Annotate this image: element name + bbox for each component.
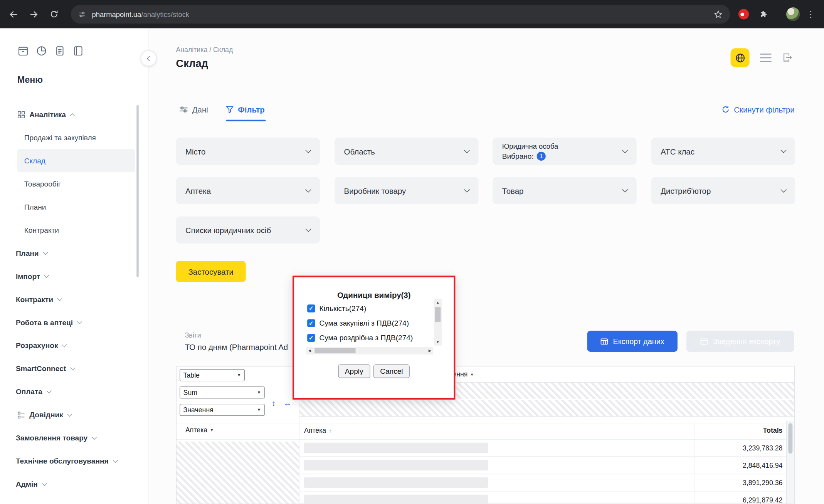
sidebar-item-analytics[interactable]: Аналітика [0,103,148,126]
filter-legal-entity-lists[interactable]: Списки юридичних осіб [176,216,320,244]
archive-box-icon[interactable] [17,45,29,59]
sidebar-item-label: Товарообіг [24,180,61,188]
measure-option[interactable]: ✓ Сума роздрібна з ПДВ(274) [307,330,432,345]
scrollbar-thumb[interactable] [314,348,355,353]
apply-button[interactable]: Apply [338,365,370,378]
checkbox-checked[interactable]: ✓ [307,334,315,341]
checkbox-checked[interactable]: ✓ [307,304,315,312]
row-drop-zone[interactable] [177,442,299,504]
table-row[interactable]: 3,239,783.28 [299,440,795,457]
scroll-down-icon[interactable]: ▼ [434,339,442,346]
redacted-pharmacy-name [304,443,488,453]
browser-menu-icon[interactable]: ⋮ [806,8,815,20]
sidebar-item-plans[interactable]: Плани [0,242,148,265]
pie-chart-icon[interactable] [36,45,47,59]
url-bar[interactable]: pharmapoint.ua /analytics/stock [71,5,730,24]
popup-vertical-scrollbar[interactable]: ▲ ▼ [434,299,442,345]
extensions-puzzle-icon[interactable] [759,10,768,18]
apply-filters-button[interactable]: Застосувати [176,261,246,282]
scroll-up-icon[interactable]: ▲ [434,299,442,306]
sidebar-item-calculation[interactable]: Розрахунок [0,334,148,357]
sidebar-item-label: Контракти [16,295,53,304]
filter-region[interactable]: Область [335,138,478,165]
measure-option-label: Сума роздрібна з ПДВ(274) [320,333,413,342]
sidebar-item-label: Довідник [29,411,63,419]
checkbox-checked[interactable]: ✓ [307,319,315,327]
sidebar-item-label: Розрахунок [16,341,58,350]
reset-filters-button[interactable]: Скинути фільтри [722,105,795,114]
document-icon[interactable] [54,45,66,59]
sidebar-item-label: Плани [16,249,39,257]
filter-legal-entity[interactable]: Юридична особа Вибрано: 1 [493,138,636,165]
pivot-measure-select[interactable]: Значення ▼ [180,404,265,416]
popup-horizontal-scrollbar[interactable]: ◀ ▶ [306,347,433,354]
forward-button[interactable] [25,5,42,23]
measure-option-label: Кількість(274) [320,304,367,312]
active-tab-underline [226,120,266,121]
chevron-down-icon [57,296,62,301]
table-row[interactable]: 3,891,290.36 [299,474,795,492]
reload-button[interactable] [45,5,63,23]
filter-product[interactable]: Товар [493,177,636,204]
sidebar-menu-title: Меню [17,75,43,86]
sidebar-item-smartconnect[interactable]: SmartConnect [0,357,148,380]
redacted-pharmacy-name [304,477,488,488]
export-data-button[interactable]: Експорт даних [587,331,677,352]
profile-avatar[interactable] [786,7,800,21]
url-host: pharmapoint.ua [92,10,141,18]
tab-filter[interactable]: Фільтр [226,105,265,114]
sidebar-item-label: SmartConnect [16,365,66,373]
pivot-aggregation-select[interactable]: Sum ▼ [180,386,265,398]
app-menu-button[interactable] [760,54,772,62]
back-button[interactable] [4,5,22,23]
sidebar-item-plans-child[interactable]: Плани [0,195,148,218]
logout-button[interactable] [782,52,793,63]
filter-atc-class[interactable]: АТС клас [651,138,795,165]
reports-select[interactable]: ТО по дням (Pharmapoint Ad [185,342,288,351]
chevron-down-icon [305,186,311,192]
scrollbar-thumb[interactable] [788,423,792,454]
filter-city[interactable]: Місто [176,138,320,165]
reset-icon [722,106,730,113]
scroll-left-icon[interactable]: ◀ [306,347,313,354]
table-scrollbar[interactable] [786,421,794,504]
sidebar-item-maintenance[interactable]: Технічне обслуговування [0,449,148,472]
sidebar-scrollbar[interactable] [136,105,138,277]
export-summary-button[interactable]: Зведення експорту [686,331,794,352]
tab-data[interactable]: Дані [179,105,208,114]
cancel-button[interactable]: Cancel [373,365,410,378]
sidebar-item-stock[interactable]: Склад [17,149,135,172]
sidebar-item-admin[interactable]: Адмін [0,472,148,496]
sidebar-item-contracts-child[interactable]: Контракти [0,218,148,242]
column-header-pharmacy[interactable]: Аптека ↑ [304,427,331,434]
measure-option[interactable]: ✓ Кількість(274) [307,301,432,316]
scroll-right-icon[interactable]: ▶ [427,347,434,354]
measure-option[interactable]: ✓ Сума закупівлі з ПДВ(274) [307,316,432,330]
sidebar-item-import[interactable]: Імпорт [0,265,148,288]
row-field-pharmacy[interactable]: Аптека ▾ [185,426,213,433]
filter-manufacturer[interactable]: Виробник товару [335,177,478,204]
language-globe-button[interactable] [731,48,750,67]
sidebar-item-goods-order[interactable]: Замовлення товару [0,427,148,450]
scrollbar-thumb[interactable] [435,307,441,322]
move-vertical-icon[interactable]: ↕ [272,398,276,407]
book-icon[interactable] [72,45,84,59]
collapse-sidebar-button[interactable] [141,50,156,66]
sidebar-item-directory[interactable]: Довідник [0,403,148,427]
bookmark-star-icon[interactable] [714,10,723,18]
filter-pharmacy[interactable]: Аптека [176,177,320,204]
filter-distributor[interactable]: Дистриб'ютор [651,177,795,204]
table-row[interactable]: 6,291,879.42 [299,491,795,504]
sidebar-item-payment[interactable]: Оплата [0,380,148,403]
sidebar-item-pharmacy-work[interactable]: Робота в аптеці [0,311,148,334]
site-info-icon[interactable] [78,10,86,18]
filter-label: Юридична особа [502,142,558,150]
pivot-layout-select[interactable]: Table ▼ [180,369,245,381]
sidebar-item-sales-purchases[interactable]: Продажі та закупівля [0,126,148,149]
sidebar-item-contracts[interactable]: Контракти [0,288,148,311]
move-horizontal-icon[interactable]: ↔ [284,398,291,407]
adblock-extension-icon[interactable] [738,9,749,19]
back-icon [8,9,18,19]
sidebar-item-turnover[interactable]: Товарообіг [0,172,148,195]
table-row[interactable]: 2,848,416.94 [299,457,795,474]
